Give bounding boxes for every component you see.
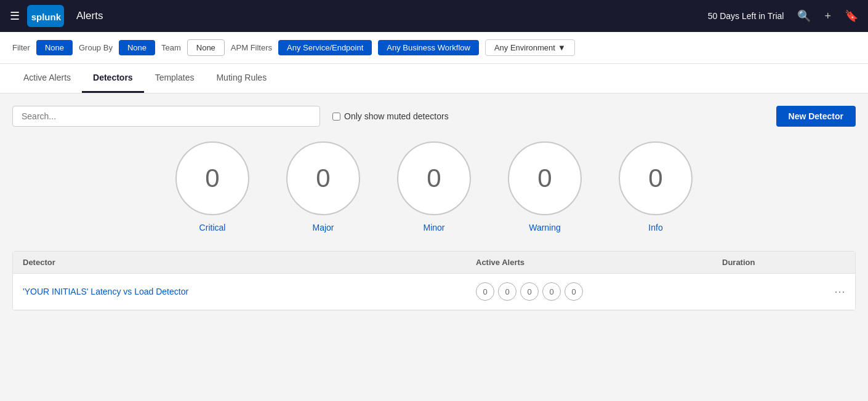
critical-circle: 0 — [175, 141, 249, 215]
search-row: Only show muted detectors New Detector — [12, 106, 856, 127]
filter-bar: Filter None Group By None Team None APM … — [0, 32, 868, 64]
major-label: Major — [312, 223, 334, 232]
search-icon[interactable]: 🔍 — [797, 9, 811, 23]
col-active-alerts: Active Alerts — [476, 258, 722, 267]
chevron-down-icon: ▼ — [558, 43, 566, 52]
new-detector-button[interactable]: New Detector — [776, 106, 856, 127]
alert-badges: 0 0 0 0 0 — [476, 282, 722, 301]
warning-circle-item: 0 Warning — [508, 141, 582, 232]
splunk-logo: splunk> — [27, 5, 64, 27]
table-row: 'YOUR INITIALS' Latency vs Load Detector… — [13, 274, 855, 310]
alert-badge-major: 0 — [498, 282, 516, 301]
col-detector: Detector — [23, 258, 476, 267]
groupby-label: Group By — [79, 43, 113, 52]
environment-dropdown[interactable]: Any Environment ▼ — [485, 39, 575, 56]
tabs-bar: Active Alerts Detectors Templates Muting… — [0, 64, 868, 93]
detector-name[interactable]: 'YOUR INITIALS' Latency vs Load Detector — [23, 287, 476, 296]
apm-label: APM Filters — [231, 43, 272, 52]
warning-label: Warning — [529, 223, 561, 232]
add-icon[interactable]: + — [824, 10, 831, 23]
minor-circle-item: 0 Minor — [397, 141, 471, 232]
critical-label: Critical — [199, 223, 226, 232]
top-navigation: ☰ splunk> Alerts 50 Days Left in Trial 🔍… — [0, 0, 868, 32]
page-title: Alerts — [76, 10, 701, 22]
severity-circles-row: 0 Critical 0 Major 0 Minor 0 Warning 0 — [12, 141, 856, 232]
logo-container: splunk> — [27, 5, 64, 27]
svg-text:splunk>: splunk> — [31, 12, 61, 22]
hamburger-icon[interactable]: ☰ — [10, 9, 20, 23]
warning-circle: 0 — [508, 141, 582, 215]
trial-badge: 50 Days Left in Trial — [708, 11, 784, 21]
search-input[interactable] — [12, 106, 320, 127]
col-duration: Duration — [722, 258, 845, 267]
alert-badge-info: 0 — [565, 282, 583, 301]
muted-checkbox[interactable] — [332, 113, 340, 121]
detectors-table: Detector Active Alerts Duration 'YOUR IN… — [12, 251, 856, 311]
info-label: Info — [648, 223, 662, 232]
tab-templates[interactable]: Templates — [144, 64, 206, 93]
row-options-menu[interactable]: ⋯ — [834, 285, 845, 298]
major-circle: 0 — [286, 141, 360, 215]
minor-label: Minor — [423, 223, 444, 232]
info-circle-item: 0 Info — [619, 141, 693, 232]
alert-badge-critical: 0 — [476, 282, 494, 301]
filter-none-button[interactable]: None — [36, 40, 73, 55]
table-header: Detector Active Alerts Duration — [13, 252, 855, 274]
alert-badge-warning: 0 — [542, 282, 561, 301]
apm-service-button[interactable]: Any Service/Endpoint — [278, 40, 372, 55]
filter-label: Filter — [12, 43, 30, 52]
info-circle: 0 — [619, 141, 693, 215]
critical-circle-item: 0 Critical — [175, 141, 249, 232]
muted-checkbox-label[interactable]: Only show muted detectors — [332, 111, 449, 121]
apm-workflow-button[interactable]: Any Business Workflow — [378, 40, 479, 55]
groupby-none-button[interactable]: None — [119, 40, 155, 55]
team-label: Team — [161, 43, 181, 52]
tab-muting-rules[interactable]: Muting Rules — [205, 64, 278, 93]
team-none-button[interactable]: None — [187, 39, 225, 56]
alert-badge-minor: 0 — [520, 282, 539, 301]
tab-active-alerts[interactable]: Active Alerts — [12, 64, 82, 93]
major-circle-item: 0 Major — [286, 141, 360, 232]
bookmark-icon[interactable]: 🔖 — [845, 9, 858, 23]
tab-detectors[interactable]: Detectors — [82, 64, 144, 93]
minor-circle: 0 — [397, 141, 471, 215]
main-content: Only show muted detectors New Detector 0… — [0, 93, 868, 323]
